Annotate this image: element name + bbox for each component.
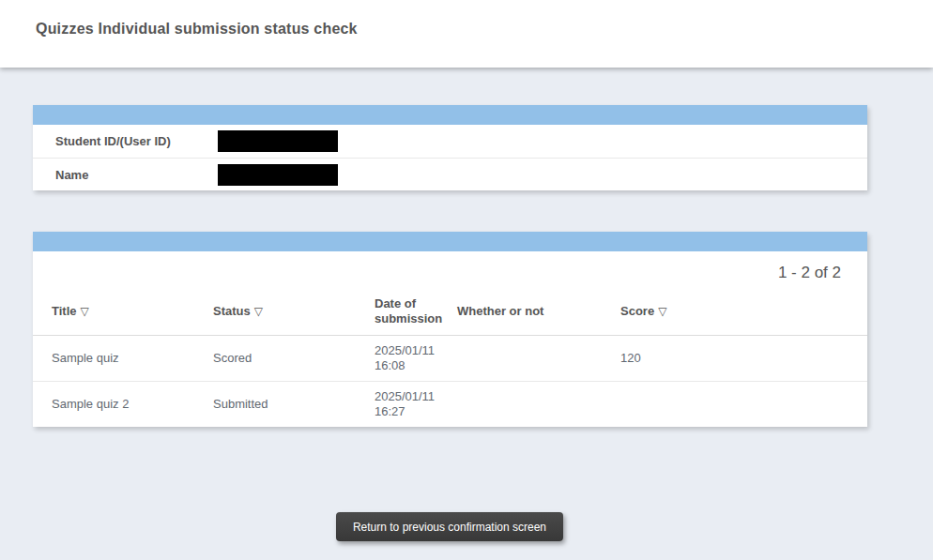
- submissions-header-row: Title▽ Status▽ Date of submission Whethe…: [33, 288, 867, 336]
- cell-filler: [714, 336, 867, 382]
- top-header-bar: Quizzes Individual submission status che…: [0, 0, 933, 68]
- student-id-row: Student ID/(User ID): [33, 125, 867, 158]
- student-name-row: Name: [33, 158, 867, 190]
- column-header-whether-or-not: Whether or not: [438, 288, 602, 336]
- column-header-status-label: Status: [213, 304, 251, 318]
- column-header-date-of-submission: Date of submission: [356, 288, 438, 336]
- cell-score: [602, 382, 714, 428]
- sort-icon: ▽: [81, 305, 89, 318]
- submissions-panel-header-bar: [33, 232, 867, 251]
- column-header-title-label: Title: [52, 304, 77, 318]
- student-id-redacted-value: [218, 130, 338, 152]
- column-header-title[interactable]: Title▽: [33, 288, 194, 336]
- cell-filler: [714, 382, 867, 428]
- column-header-score-label: Score: [620, 304, 654, 318]
- sort-icon: ▽: [254, 305, 263, 318]
- column-header-status[interactable]: Status▽: [194, 288, 356, 336]
- date-value: 2025/01/11: [375, 343, 438, 358]
- cell-date-of-submission: 2025/01/11 16:27: [356, 382, 438, 428]
- cell-whether-or-not: [438, 336, 602, 382]
- cell-score: 120: [602, 336, 714, 382]
- cell-status: Scored: [194, 336, 356, 382]
- student-name-redacted-value: [218, 164, 338, 186]
- date-value: 2025/01/11: [375, 389, 438, 404]
- student-id-label: Student ID/(User ID): [33, 134, 218, 148]
- return-to-previous-confirmation-screen-button[interactable]: Return to previous confirmation screen: [336, 512, 563, 541]
- student-name-label: Name: [33, 168, 218, 182]
- cell-whether-or-not: [438, 382, 602, 428]
- column-header-score[interactable]: Score▽: [602, 288, 714, 336]
- sort-icon: ▽: [658, 305, 666, 318]
- time-value: 16:27: [375, 404, 438, 419]
- page-title: Quizzes Individual submission status che…: [0, 0, 933, 37]
- table-row: Sample quiz 2 Submitted 2025/01/11 16:27: [33, 382, 867, 428]
- student-info-panel: Student ID/(User ID) Name: [33, 105, 867, 190]
- cell-title: Sample quiz 2: [33, 382, 194, 428]
- submissions-table: Title▽ Status▽ Date of submission Whethe…: [33, 288, 867, 427]
- column-header-date-label: Date of submission: [375, 296, 442, 325]
- cell-title: Sample quiz: [33, 336, 194, 382]
- table-row: Sample quiz Scored 2025/01/11 16:08 120: [33, 336, 867, 382]
- time-value: 16:08: [375, 358, 438, 373]
- submissions-panel: 1 - 2 of 2 Title▽ Status▽ Date of submis…: [33, 232, 867, 427]
- cell-status: Submitted: [194, 382, 356, 428]
- column-header-whether-label: Whether or not: [457, 304, 543, 318]
- cell-date-of-submission: 2025/01/11 16:08: [356, 336, 438, 382]
- page: Quizzes Individual submission status che…: [0, 0, 933, 560]
- student-info-panel-header-bar: [33, 105, 867, 125]
- column-header-filler: [714, 288, 867, 336]
- pagination-status: 1 - 2 of 2: [33, 251, 867, 282]
